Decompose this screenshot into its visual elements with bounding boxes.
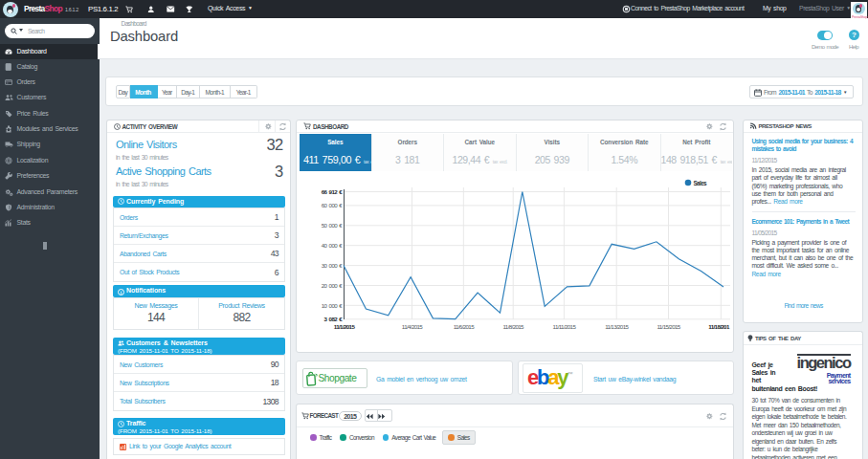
- svg-text:10 000 €: 10 000 €: [322, 301, 343, 308]
- svg-text:11/1/2015: 11/1/2015: [334, 323, 356, 330]
- svg-text:Sales: Sales: [694, 179, 708, 186]
- svg-text:11/18/201: 11/18/201: [708, 323, 730, 330]
- svg-text:20 000 €: 20 000 €: [322, 282, 343, 289]
- svg-text:66 912 €: 66 912 €: [322, 188, 343, 195]
- svg-text:11/15/2015: 11/15/2015: [657, 323, 680, 330]
- svg-text:11/4/2015: 11/4/2015: [402, 323, 424, 330]
- svg-text:11/13/2015: 11/13/2015: [605, 323, 629, 330]
- svg-text:11/6/2015: 11/6/2015: [454, 323, 476, 330]
- svg-text:40 000 €: 40 000 €: [322, 242, 343, 249]
- svg-text:60 000 €: 60 000 €: [322, 202, 343, 208]
- svg-text:11/11/2015: 11/11/2015: [553, 323, 577, 330]
- svg-text:3 082 €: 3 082 €: [324, 316, 344, 322]
- svg-text:50 000 €: 50 000 €: [322, 222, 343, 229]
- svg-text:30 000 €: 30 000 €: [322, 262, 343, 269]
- svg-text:11/8/2015: 11/8/2015: [503, 323, 525, 330]
